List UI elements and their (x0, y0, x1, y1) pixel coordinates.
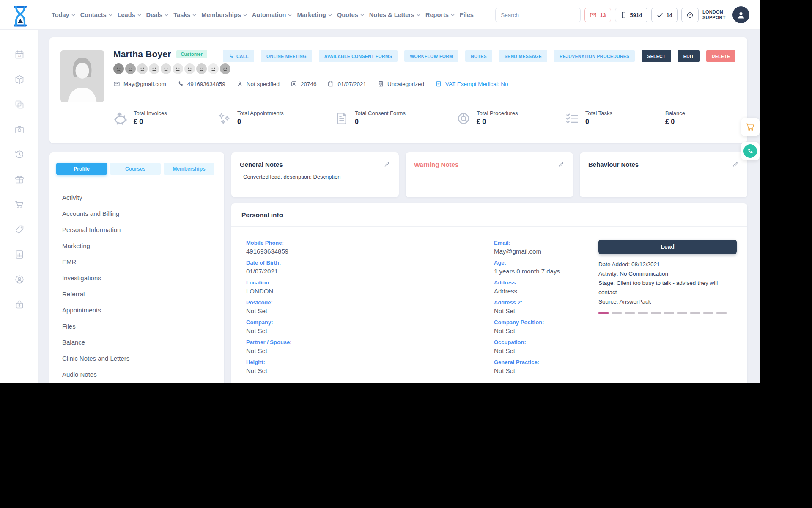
action-button[interactable]: WORKFLOW FORM (404, 50, 458, 62)
contact-info-item[interactable]: VAT Exempt Medical: No (435, 80, 508, 87)
edit-pencil-icon[interactable] (384, 161, 390, 168)
edit-pencil-icon[interactable] (732, 161, 739, 168)
lead-button[interactable]: Lead (598, 240, 737, 254)
nav-menu-label: Notes & Letters (369, 11, 414, 18)
nav-menu-item[interactable]: Quotes (337, 11, 364, 18)
piggy-icon (113, 111, 128, 126)
rail-button[interactable] (14, 224, 25, 235)
rail-button[interactable] (14, 124, 25, 135)
rail-button[interactable] (14, 299, 25, 309)
action-button[interactable]: CALL (223, 50, 254, 62)
contact-info-item[interactable]: 491693634859 (177, 80, 225, 87)
stat-item: Balance £ 0 (665, 110, 685, 126)
nav-menu-item[interactable]: Memberships (201, 11, 247, 18)
panel-tab[interactable]: Courses (110, 163, 161, 175)
sms-credits-badge[interactable]: 5914 (615, 8, 647, 22)
panel-menu-item[interactable]: Accounts and Billing (62, 206, 216, 222)
mood-face-icon[interactable] (137, 64, 148, 74)
action-button[interactable]: SEND MESSAGE (499, 50, 547, 62)
nav-menu-item[interactable]: Deals (146, 11, 169, 18)
report-icon (14, 249, 25, 260)
panel-tab[interactable]: Memberships (164, 163, 214, 175)
nav-menu-item[interactable]: Today (52, 11, 75, 18)
search-input[interactable] (496, 12, 581, 18)
mood-face-icon[interactable] (220, 64, 230, 74)
mail-badge[interactable]: 13 (584, 8, 611, 22)
rail-button[interactable] (14, 75, 25, 85)
tasks-badge[interactable]: 14 (651, 8, 678, 22)
stat-label: Total Procedures (477, 110, 518, 116)
panel-menu-item[interactable]: Audio Notes (62, 367, 216, 383)
contact-info-item[interactable]: 01/07/2021 (327, 80, 366, 87)
nav-menu-item[interactable]: Automation (252, 11, 292, 18)
chevron-down-icon (71, 14, 75, 17)
contact-info-item[interactable]: May@gmail.com (113, 80, 166, 87)
rail-button[interactable] (14, 50, 25, 60)
mood-face-icon[interactable] (113, 64, 124, 74)
chevron-down-icon (360, 14, 364, 17)
panel-menu-item[interactable]: Investigations (62, 270, 216, 286)
mood-face-icon[interactable] (184, 64, 195, 74)
stat-label: Total Invoices (134, 110, 167, 116)
action-button[interactable]: ONLINE MEETING (261, 50, 312, 62)
rail-button[interactable] (14, 249, 25, 260)
panel-menu-item[interactable]: Drink (62, 383, 216, 383)
app-logo[interactable] (11, 5, 30, 25)
mood-face-icon[interactable] (208, 64, 219, 74)
nav-menu-item[interactable]: Contacts (80, 11, 112, 18)
help-button[interactable] (681, 8, 699, 22)
panel-menu-item[interactable]: EMR (62, 254, 216, 270)
rail-button[interactable] (14, 174, 25, 185)
rail-button[interactable] (14, 199, 25, 210)
lead-info-line: Source: AnswerPack (598, 297, 737, 306)
contact-info-item[interactable]: Not specified (236, 80, 280, 87)
mood-face-icon[interactable] (161, 64, 171, 74)
lead-progress-segment (703, 312, 713, 314)
mood-face-icon[interactable] (196, 64, 207, 74)
action-button[interactable]: AVAILABLE CONSENT FORMS (319, 50, 398, 62)
action-button-label: SELECT (647, 54, 665, 59)
panel-menu-item[interactable]: Files (62, 318, 216, 334)
nav-menu-label: Today (52, 11, 69, 18)
action-button-label: SEND MESSAGE (505, 54, 542, 59)
action-button[interactable]: NOTES (465, 50, 492, 62)
nav-menu-item[interactable]: Reports (425, 11, 455, 18)
panel-menu-item[interactable]: Balance (62, 334, 216, 351)
panel-menu-item[interactable]: Clinic Notes and Letters (62, 351, 216, 367)
rail-button[interactable] (14, 149, 25, 160)
info-field-label: Age: (494, 260, 598, 266)
action-button[interactable]: EDIT (678, 50, 700, 62)
panel-menu-item[interactable]: Referral (62, 286, 216, 302)
panel-menu-item[interactable]: Appointments (62, 302, 216, 318)
rail-button[interactable] (14, 274, 25, 284)
mood-face-icon[interactable] (149, 64, 159, 74)
action-button[interactable]: DELETE (706, 50, 735, 62)
profile-avatar[interactable] (60, 50, 104, 102)
contact-info-item[interactable]: Uncategorized (377, 80, 424, 87)
action-button[interactable]: REJUVENATION PROCEDURES (554, 50, 635, 62)
panel-menu-item[interactable]: Personal Information (62, 222, 216, 238)
panel-tab[interactable]: Profile (56, 163, 107, 175)
action-button[interactable]: SELECT (642, 50, 671, 62)
nav-menu-item[interactable]: Files (460, 11, 474, 18)
panel-menu-item[interactable]: Activity (62, 190, 216, 206)
mood-face-icon[interactable] (125, 64, 136, 74)
phone-icon (746, 147, 754, 155)
panel-menu-item[interactable]: Marketing (62, 238, 216, 254)
mood-face-icon[interactable] (173, 64, 183, 74)
user-avatar[interactable] (732, 6, 749, 23)
nav-menu-item[interactable]: Tasks (173, 11, 196, 18)
personal-info-right-column: Email: May@gmail.com Age: 1 years 0 mont… (494, 240, 598, 379)
edit-pencil-icon[interactable] (558, 161, 565, 168)
floating-cart-button[interactable] (741, 118, 760, 136)
nav-menu-item[interactable]: Marketing (297, 11, 332, 18)
rail-button[interactable] (14, 99, 25, 110)
floating-call-button[interactable] (741, 142, 760, 160)
chevron-down-icon (417, 14, 420, 17)
info-field-value: Not Set (494, 347, 598, 354)
profile-actions-row: CALL ONLINE MEETING AVAILABLE CONSENT FO… (223, 50, 735, 62)
info-field-value: Not Set (246, 327, 494, 334)
nav-menu-item[interactable]: Leads (118, 11, 141, 18)
nav-menu-item[interactable]: Notes & Letters (369, 11, 420, 18)
contact-info-item[interactable]: 20746 (291, 80, 317, 87)
